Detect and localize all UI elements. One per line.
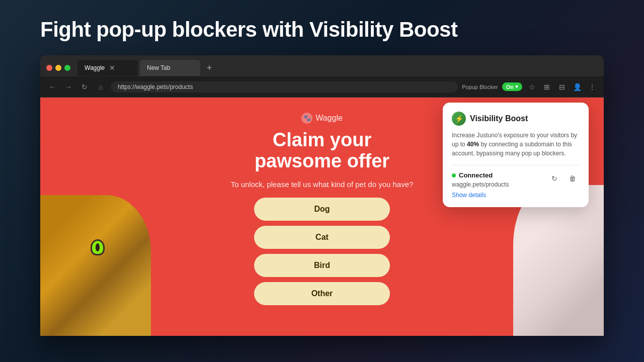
back-button[interactable]: ←: [46, 81, 58, 93]
menu-icon[interactable]: ⋮: [587, 81, 598, 93]
vb-refresh-button[interactable]: ↻: [547, 171, 561, 186]
pet-option-cat[interactable]: Cat: [254, 226, 390, 249]
browser-tab-new[interactable]: New Tab: [140, 60, 200, 76]
waggle-icon: 🐾: [301, 113, 312, 124]
page-title: Fight pop-up blockers with Visibility Bo…: [40, 18, 604, 41]
vb-delete-button[interactable]: 🗑: [566, 171, 580, 186]
waggle-logo: 🐾 Waggle: [301, 113, 343, 124]
vb-show-details-link[interactable]: Show details: [452, 192, 486, 199]
new-tab-button[interactable]: +: [202, 61, 216, 75]
popup-blocker-toggle[interactable]: On ▾: [502, 82, 522, 91]
close-traffic-light[interactable]: [46, 65, 52, 71]
browser-tabbar: Waggle ✕ New Tab +: [40, 55, 604, 76]
popup-blocker-chevron: ▾: [515, 83, 518, 90]
refresh-button[interactable]: ↻: [78, 81, 91, 93]
vb-title: Visibility Boost: [470, 114, 528, 123]
maximize-traffic-light[interactable]: [64, 65, 70, 71]
vb-desc-highlight: 40%: [467, 141, 479, 148]
cat-decoration: [40, 195, 151, 336]
promo-title-line2: pawsome offer: [255, 151, 389, 172]
vb-domain: waggle.pets/products: [452, 181, 509, 188]
vb-status-row: Connected waggle.pets/products Show deta…: [452, 171, 580, 199]
tab-new-label: New Tab: [147, 64, 170, 71]
browser-tab-waggle[interactable]: Waggle ✕: [77, 60, 138, 76]
tab-waggle-close[interactable]: ✕: [109, 64, 116, 71]
vb-icon: ⚡: [452, 112, 466, 126]
address-bar[interactable]: https://waggle.pets/products: [111, 81, 458, 93]
promo-title: Claim your pawsome offer: [255, 130, 389, 172]
pet-option-bird[interactable]: Bird: [254, 254, 390, 277]
vb-divider: [452, 165, 580, 165]
visibility-boost-popup: ⚡ Visibility Boost Increase Justuno's ex…: [443, 103, 589, 207]
pet-option-other[interactable]: Other: [254, 282, 390, 305]
toolbar-right: Popup Blocker On ▾ ☆ ⊞ ⊟ 👤 ⋮: [462, 81, 598, 93]
tab-waggle-label: Waggle: [85, 64, 105, 71]
pet-buttons: Dog Cat Bird Other: [254, 198, 390, 305]
extensions-icon[interactable]: ⊞: [541, 81, 552, 93]
address-bar-url: https://waggle.pets/products: [118, 83, 193, 90]
minimize-traffic-light[interactable]: [55, 65, 61, 71]
home-button[interactable]: ⌂: [95, 81, 107, 93]
pet-option-dog[interactable]: Dog: [254, 198, 390, 221]
popup-blocker-status: On: [506, 84, 514, 90]
page-title-area: Fight pop-up blockers with Visibility Bo…: [0, 0, 644, 55]
page-background: Fight pop-up blockers with Visibility Bo…: [0, 0, 644, 336]
vb-actions: ↻ 🗑: [547, 171, 580, 186]
browser-window: Waggle ✕ New Tab + ← → ↻ ⌂ https://waggl…: [40, 55, 604, 336]
vb-connected-dot: [452, 173, 456, 177]
vb-description: Increase Justuno's exposure to your visi…: [452, 131, 580, 158]
promo-subtitle: To unlock, please tell us what kind of p…: [231, 180, 414, 189]
vb-connected: Connected: [452, 171, 509, 179]
vb-connected-label: Connected: [459, 171, 493, 179]
layout-icon[interactable]: ⊟: [556, 81, 568, 93]
browser-toolbar: ← → ↻ ⌂ https://waggle.pets/products Pop…: [40, 76, 604, 98]
popup-blocker-label: Popup Blocker: [462, 84, 498, 90]
dog-decoration: [513, 185, 604, 336]
waggle-brand-name: Waggle: [315, 114, 343, 123]
forward-button[interactable]: →: [62, 81, 74, 93]
traffic-lights: [46, 65, 70, 71]
promo-title-line1: Claim your: [255, 130, 389, 151]
profile-icon[interactable]: 👤: [572, 81, 583, 93]
star-icon[interactable]: ☆: [526, 81, 537, 93]
website-content: 🐾 Waggle Claim your pawsome offer To unl…: [40, 98, 604, 336]
vb-header: ⚡ Visibility Boost: [452, 112, 580, 126]
cat-eye: [91, 239, 105, 255]
vb-status-left: Connected waggle.pets/products Show deta…: [452, 171, 509, 199]
